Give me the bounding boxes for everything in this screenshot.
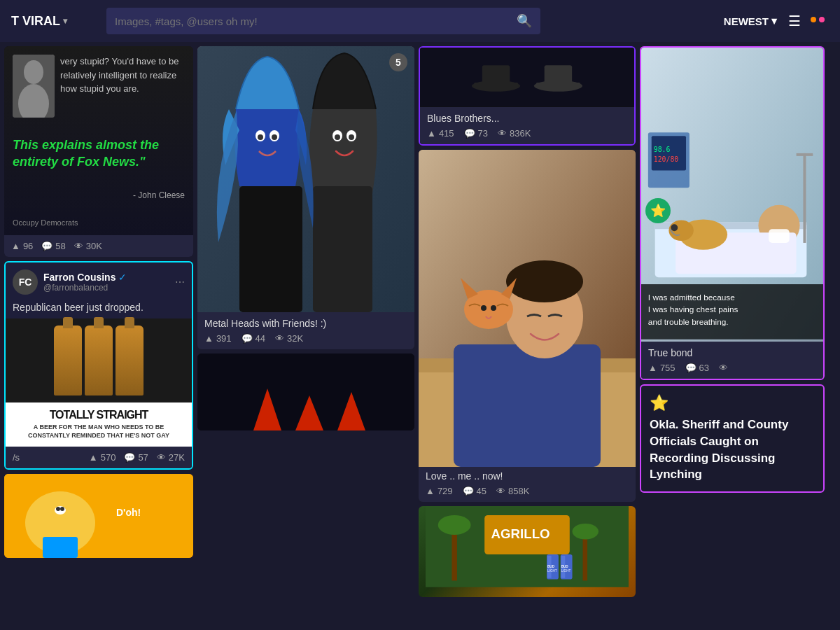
sheriff-card[interactable]: ⭐ Okla. Sheriff and County Officials Cau…: [640, 384, 825, 493]
svg-rect-65: [769, 229, 790, 243]
blues-stats: ▲ 415 💬 73 👁 836K: [427, 128, 627, 139]
site-logo[interactable]: T VIRAL ▾: [11, 14, 95, 29]
tweet-header: FC Farron Cousins ✓ @farronbalanced ⋯: [6, 262, 192, 302]
true-bond-views: 👁: [719, 363, 731, 373]
sheriff-title: Okla. Sheriff and County Officials Caugh…: [650, 416, 815, 483]
tweet-name: Farron Cousins: [43, 272, 115, 283]
svg-rect-48: [583, 535, 588, 580]
svg-point-44: [491, 305, 496, 311]
metal-stats: ▲ 391 💬 44 👁 32K: [204, 333, 407, 344]
tweet-comments: 💬 57: [124, 452, 148, 463]
beer-bottles: [54, 326, 144, 396]
cat-svg: [419, 150, 636, 467]
svg-point-68: [671, 224, 678, 231]
quote-author: - John Cleese: [13, 190, 185, 200]
svg-text:LIGHT: LIGHT: [561, 569, 571, 573]
blues-views: 👁 836K: [498, 128, 531, 139]
sheriff-star-icon: ⭐: [650, 394, 815, 412]
true-bond-card[interactable]: ⭐: [640, 46, 825, 380]
metal-card[interactable]: 5 Metal Heads with Friends! :) ▲ 391 💬 4…: [197, 46, 414, 349]
tweet-user: FC Farron Cousins ✓ @farronbalanced: [13, 270, 127, 295]
comment-icon: 💬: [464, 128, 475, 139]
svg-text:I was admitted because: I was admitted because: [648, 293, 735, 302]
metal-likes: ▲ 391: [204, 333, 232, 344]
svg-point-6: [55, 506, 66, 514]
blues-footer: Blues Brothers... ▲ 415 💬 73 👁 836K: [420, 107, 634, 144]
tweet-likes: ▲ 570: [89, 452, 116, 463]
cat-image: [419, 150, 636, 465]
svg-text:D'oh!: D'oh!: [116, 507, 141, 518]
svg-point-17: [272, 134, 277, 140]
tweet-user-info: Farron Cousins ✓ @farronbalanced: [43, 272, 127, 293]
svg-text:and trouble breathing.: and trouble breathing.: [648, 317, 729, 327]
comment-icon: 💬: [41, 241, 52, 251]
upvote-icon: ▲: [204, 333, 214, 344]
quote-card[interactable]: very stupid? You'd have to be relatively…: [4, 46, 193, 257]
tweet-card[interactable]: FC Farron Cousins ✓ @farronbalanced ⋯ Re…: [4, 261, 193, 470]
simpsons-image: D'oh!: [4, 474, 193, 558]
svg-rect-35: [536, 83, 580, 88]
notification-dot: [819, 17, 825, 22]
upvote-icon: ▲: [89, 452, 98, 463]
blues-card[interactable]: Blues Brothers... ▲ 415 💬 73 👁 836K: [419, 46, 636, 146]
red-arrows-svg: [197, 354, 414, 430]
column-mid-left: 5 Metal Heads with Friends! :) ▲ 391 💬 4…: [197, 46, 414, 626]
svg-text:AGRILLO: AGRILLO: [491, 526, 550, 541]
restaurant-card[interactable]: AGRILLO BUD LIGHT BUD LIGHT: [419, 506, 636, 597]
search-bar[interactable]: 🔍: [106, 8, 540, 34]
metal-title: Metal Heads with Friends! :): [204, 318, 407, 329]
upvote-icon: ▲: [427, 128, 436, 139]
header: T VIRAL ▾ 🔍 NEWEST ▾ ☰: [0, 0, 840, 42]
svg-rect-70: [797, 153, 813, 156]
views-icon: 👁: [157, 452, 166, 463]
true-bond-footer: True bond ▲ 755 💬 63 👁: [641, 342, 823, 379]
image-count-badge: 5: [389, 53, 407, 71]
svg-text:LIGHT: LIGHT: [547, 569, 557, 573]
tweet-options[interactable]: ⋯: [175, 276, 185, 288]
restaurant-svg: AGRILLO BUD LIGHT BUD LIGHT: [426, 506, 629, 590]
cat-title: Love .. me .. now!: [426, 470, 629, 482]
svg-rect-29: [420, 48, 634, 107]
logo-chevron: ▾: [63, 16, 67, 26]
blues-title: Blues Brothers...: [427, 113, 627, 124]
quote-views: 👁 30K: [74, 241, 102, 251]
sort-button[interactable]: NEWEST ▾: [724, 15, 777, 27]
upvote-icon: ▲: [426, 486, 435, 496]
column-right: ⭐: [640, 46, 825, 626]
svg-point-7: [56, 507, 60, 511]
upvote-icon: ▲: [11, 241, 20, 251]
metal-comments: 💬 44: [241, 333, 265, 344]
cat-card[interactable]: Love .. me .. now! ▲ 729 💬 45 👁 858K: [419, 150, 636, 502]
cat-footer: Love .. me .. now! ▲ 729 💬 45 👁 858K: [419, 465, 636, 502]
cat-likes: ▲ 729: [426, 486, 453, 496]
svg-point-8: [60, 507, 64, 511]
search-icon[interactable]: 🔍: [517, 13, 532, 29]
quote-top-text: very stupid? You'd have to be relatively…: [60, 55, 185, 96]
star-badge: ⭐: [645, 198, 671, 223]
red-arrows-card[interactable]: [197, 354, 414, 430]
header-controls: NEWEST ▾ ☰: [724, 13, 829, 29]
svg-point-20: [335, 134, 340, 140]
svg-point-5: [46, 491, 74, 519]
true-bond-title: True bond: [648, 347, 816, 358]
views-icon: 👁: [496, 486, 505, 496]
true-bond-likes: ▲ 755: [648, 363, 676, 373]
true-bond-comments: 💬 63: [685, 363, 709, 373]
beer-tagline: A BEER FOR THE MAN WHO NEEDS TO BE CONST…: [13, 424, 185, 440]
menu-icon[interactable]: ☰: [788, 13, 801, 29]
comment-icon: 💬: [463, 486, 474, 496]
tweet-views: 👁 27K: [157, 452, 185, 463]
main-content: very stupid? You'd have to be relatively…: [0, 42, 840, 630]
simpsons-card[interactable]: D'oh!: [4, 474, 193, 558]
quote-comments: 💬 58: [41, 241, 65, 251]
comment-icon: 💬: [124, 452, 135, 463]
views-icon: 👁: [498, 128, 507, 139]
metal-image: 5: [197, 46, 414, 312]
column-mid-right: Blues Brothers... ▲ 415 💬 73 👁 836K: [419, 46, 636, 626]
cat-comments: 💬 45: [463, 486, 486, 496]
svg-point-1: [24, 60, 43, 84]
svg-text:I was having chest pains: I was having chest pains: [648, 304, 738, 314]
search-input[interactable]: [115, 15, 511, 27]
views-icon: 👁: [719, 363, 728, 373]
tweet-footer-text: /s: [13, 452, 20, 463]
